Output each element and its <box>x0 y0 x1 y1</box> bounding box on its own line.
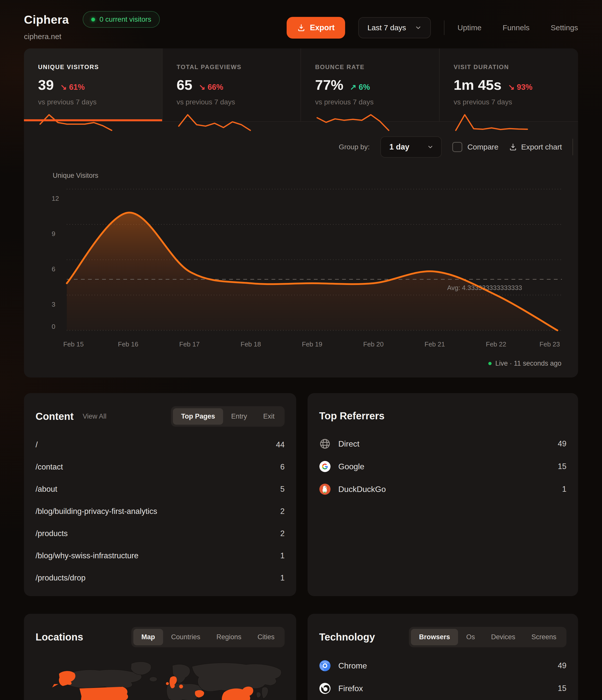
compare-toggle[interactable]: Compare <box>452 142 498 152</box>
live-visitors-dot <box>91 18 95 21</box>
stat-label: UNIQUE VISITORS <box>38 64 162 71</box>
technology-row[interactable]: Chrome49 <box>319 654 567 677</box>
row-count: 15 <box>558 462 567 471</box>
chart-controls: Group by: 1 day Compare Export chart <box>39 136 563 157</box>
tab-os[interactable]: Os <box>458 629 483 645</box>
globe-icon <box>319 438 331 450</box>
page-row[interactable]: /blog/why-swiss-infrastructure1 <box>35 545 284 567</box>
trend-down-icon: ↘ <box>199 83 205 92</box>
stat-compare-label: vs previous 7 days <box>177 98 301 106</box>
stat-label: TOTAL PAGEVIEWS <box>177 64 301 71</box>
chevron-down-icon <box>415 24 422 31</box>
page-path: /contact <box>35 462 63 472</box>
stat-tab-unique-visitors[interactable]: UNIQUE VISITORS39↘ 61%vs previous 7 days <box>24 48 162 122</box>
stat-sparkline <box>315 113 391 132</box>
nav-link-settings[interactable]: Settings <box>551 23 578 32</box>
tab-exit[interactable]: Exit <box>255 408 283 425</box>
stats-row: UNIQUE VISITORS39↘ 61%vs previous 7 days… <box>24 48 578 122</box>
bottom-row: Locations MapCountriesRegionsCities <box>24 614 578 700</box>
row-count: 49 <box>558 661 567 670</box>
tab-screens[interactable]: Screens <box>523 629 565 645</box>
page-row[interactable]: /contact6 <box>35 456 284 478</box>
svg-text:9: 9 <box>52 230 55 238</box>
group-by-select[interactable]: 1 day <box>380 136 442 157</box>
export-chart-button[interactable]: Export chart <box>509 143 562 151</box>
page-row[interactable]: /44 <box>35 434 284 456</box>
stat-value: 39 <box>38 77 54 93</box>
locations-card: Locations MapCountriesRegionsCities <box>24 614 296 700</box>
tab-countries[interactable]: Countries <box>163 629 208 645</box>
page-row[interactable]: /products2 <box>35 523 284 545</box>
referrers-row[interactable]: DuckDuckGo1 <box>319 478 567 501</box>
export-chart-label: Export chart <box>521 143 562 151</box>
svg-text:6: 6 <box>52 265 55 273</box>
stat-sparkline <box>454 113 529 132</box>
svg-text:Feb 15: Feb 15 <box>63 341 84 348</box>
stat-compare-label: vs previous 7 days <box>315 98 439 106</box>
tab-devices[interactable]: Devices <box>483 629 523 645</box>
technology-tabs: BrowsersOsDevicesScreens <box>409 627 567 647</box>
google-icon <box>319 461 331 472</box>
referrers-card: Top Referrers Direct49Google15DuckDuckGo… <box>307 393 578 596</box>
page-row[interactable]: /products/drop1 <box>35 567 284 589</box>
export-button[interactable]: Export <box>286 17 345 39</box>
technology-list: Chrome49Firefox15 <box>319 654 567 700</box>
tab-entry[interactable]: Entry <box>223 408 255 425</box>
date-range-select[interactable]: Last 7 days <box>358 17 431 38</box>
tab-map[interactable]: Map <box>133 629 163 645</box>
tab-regions[interactable]: Regions <box>208 629 249 645</box>
page-count: 1 <box>280 551 284 560</box>
compare-label: Compare <box>468 143 498 151</box>
world-map[interactable] <box>35 659 284 700</box>
page-row[interactable]: /blog/building-privacy-first-analytics2 <box>35 500 284 523</box>
page-path: /blog/why-swiss-infrastructure <box>35 551 139 560</box>
site-logo: Ciphera <box>24 12 69 26</box>
unique-visitors-chart[interactable]: 129630Avg: 4.333333333333333Feb 15Feb 16… <box>39 180 563 357</box>
page-path: /products/drop <box>35 573 85 582</box>
stat-compare-label: vs previous 7 days <box>38 98 162 106</box>
stat-delta: ↘ 66% <box>199 82 223 92</box>
compare-checkbox[interactable] <box>452 142 462 152</box>
page-path: /about <box>35 485 57 494</box>
row-count: 49 <box>558 439 567 448</box>
page-path: /products <box>35 529 68 538</box>
stat-value: 65 <box>177 77 192 93</box>
stat-sparkline <box>177 113 252 132</box>
stat-tab-total-pageviews[interactable]: TOTAL PAGEVIEWS65↘ 66%vs previous 7 days <box>162 48 301 122</box>
svg-text:12: 12 <box>52 195 59 202</box>
trend-down-icon: ↘ <box>60 83 67 92</box>
nav-link-funnels[interactable]: Funnels <box>503 23 530 32</box>
page-path: / <box>35 440 38 449</box>
tab-cities[interactable]: Cities <box>249 629 283 645</box>
technology-row[interactable]: Firefox15 <box>319 677 567 700</box>
header-divider <box>444 20 445 35</box>
row-label: Google <box>338 462 364 471</box>
tab-browsers[interactable]: Browsers <box>411 629 458 645</box>
page-row[interactable]: /about5 <box>35 478 284 500</box>
stat-tab-visit-duration[interactable]: VISIT DURATION1m 45s↘ 93%vs previous 7 d… <box>440 48 578 122</box>
locations-title: Locations <box>35 631 83 643</box>
group-by-value: 1 day <box>390 143 409 152</box>
row-count: 15 <box>558 684 567 693</box>
svg-text:Feb 20: Feb 20 <box>363 341 384 348</box>
page-count: 2 <box>280 529 284 538</box>
svg-text:Feb 22: Feb 22 <box>486 341 506 348</box>
page-header: Ciphera 0 current visitors ciphera.net E… <box>0 0 602 41</box>
referrers-row[interactable]: Google15 <box>319 455 567 478</box>
middle-row: Content View All Top PagesEntryExit /44/… <box>24 393 578 596</box>
top-nav: UptimeFunnelsSettings <box>457 23 578 32</box>
content-title: Content <box>35 411 74 422</box>
stat-delta: ↘ 61% <box>60 82 85 92</box>
page-count: 2 <box>280 507 284 516</box>
page-count: 1 <box>280 573 284 582</box>
trend-down-icon: ↘ <box>508 83 515 92</box>
view-all-link[interactable]: View All <box>83 412 106 420</box>
row-label: Direct <box>338 439 359 449</box>
tab-top-pages[interactable]: Top Pages <box>173 408 223 425</box>
stat-tab-bounce-rate[interactable]: BOUNCE RATE77%↗ 6%vs previous 7 days <box>301 48 440 122</box>
content-tabs: Top PagesEntryExit <box>171 406 284 427</box>
chrome-icon <box>319 660 331 672</box>
locations-tabs: MapCountriesRegionsCities <box>131 627 284 647</box>
nav-link-uptime[interactable]: Uptime <box>457 23 481 32</box>
referrers-row[interactable]: Direct49 <box>319 432 567 455</box>
